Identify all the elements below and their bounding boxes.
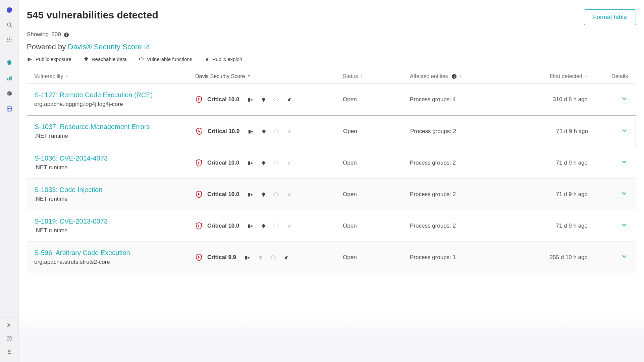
details-cell (588, 190, 628, 199)
code-icon (273, 191, 279, 198)
table-row[interactable]: S-1019: CVE-2013-0073 .NET runtime Criti… (27, 210, 636, 242)
table-row[interactable]: S-1037: Resource Management Errors .NET … (27, 115, 636, 147)
nav-dashboards-icon[interactable] (5, 105, 13, 113)
table-row[interactable]: S-1127: Remote Code Execution (RCE) org.… (27, 84, 636, 115)
exposure-icon (247, 160, 254, 166)
exploit-icon (285, 223, 292, 229)
first-detected-cell: 71 d 9 h ago (507, 128, 588, 135)
vulnerability-component: .NET runtime (34, 227, 195, 234)
davis-score-label: Davis® Security Score (68, 43, 142, 51)
col-first-detected[interactable]: First detected (507, 73, 588, 79)
first-detected-cell: 71 d 9 h ago (507, 191, 588, 198)
vulnerability-link[interactable]: S-1019: CVE-2013-0073 (34, 218, 195, 225)
vulnerability-link[interactable]: S-596: Arbitrary Code Execution (34, 249, 195, 257)
table-row[interactable]: S-1036: CVE-2014-4073 .NET runtime Criti… (27, 147, 636, 179)
gem-icon (260, 160, 267, 166)
code-icon (138, 56, 144, 62)
status-cell: Open (343, 160, 410, 166)
col-affected[interactable]: Affected entities (410, 73, 507, 79)
legend-reachable-data-label: Reachable data (92, 56, 127, 62)
details-cell (588, 95, 628, 104)
fade-overlay (19, 312, 644, 362)
gem-icon (260, 191, 267, 198)
exposure-icon (247, 191, 254, 198)
col-score[interactable]: Davis Security Score (195, 73, 343, 79)
code-icon (273, 223, 279, 229)
first-detected-cell: 71 d 9 h ago (507, 160, 588, 166)
expand-row-button[interactable] (621, 158, 628, 166)
exploit-icon (285, 96, 292, 103)
code-icon (270, 254, 276, 261)
gem-icon (83, 56, 89, 62)
status-cell: Open (343, 191, 410, 198)
format-table-button[interactable]: Format table (584, 9, 636, 25)
expand-sidebar-icon[interactable] (5, 321, 13, 329)
vulnerability-link[interactable]: S-1127: Remote Code Execution (RCE) (34, 91, 195, 99)
vulnerability-cell: S-1033: Code Injection .NET runtime (34, 186, 195, 202)
expand-row-button[interactable] (621, 127, 628, 134)
vulnerability-cell: S-1036: CVE-2014-4073 .NET runtime (34, 155, 195, 171)
info-icon[interactable] (64, 32, 69, 37)
powered-by: Powered by Davis® Security Score (27, 43, 636, 51)
status-cell: Open (343, 96, 410, 103)
exploit-icon (285, 160, 292, 166)
col-vulnerability[interactable]: Vulnerability (34, 73, 195, 79)
vulnerability-link[interactable]: S-1037: Resource Management Errors (35, 123, 196, 131)
sidebar (0, 0, 19, 362)
score-cell: Critical 9.9 (195, 253, 343, 261)
exposure-icon (244, 254, 251, 261)
legend: Public exposure Reachable data Vulnerabl… (27, 56, 636, 62)
score-cell: Critical 10.0 (195, 96, 343, 104)
gem-icon (260, 223, 267, 229)
nav-security-icon[interactable] (5, 59, 13, 67)
table-row[interactable]: S-1033: Code Injection .NET runtime Crit… (27, 179, 636, 210)
status-cell: Open (343, 128, 410, 135)
severity-shield-icon (195, 222, 203, 230)
apps-grid-icon[interactable] (5, 36, 13, 44)
legend-public-exposure: Public exposure (27, 56, 71, 62)
user-icon[interactable] (5, 348, 13, 356)
table-header: Vulnerability Davis Security Score Statu… (27, 69, 636, 84)
sort-icon (584, 74, 588, 78)
score-text: Critical 10.0 (207, 160, 239, 166)
expand-row-button[interactable] (621, 95, 628, 102)
severity-shield-icon (195, 96, 203, 104)
info-icon[interactable] (451, 74, 457, 79)
details-cell (588, 253, 628, 262)
code-icon (273, 160, 279, 166)
expand-row-button[interactable] (621, 190, 628, 197)
expand-row-button[interactable] (621, 253, 628, 260)
search-icon[interactable] (5, 21, 13, 29)
score-text: Critical 10.0 (207, 96, 239, 103)
nav-infrastructure-icon[interactable] (5, 89, 13, 98)
showing-count: Showing 500 (27, 31, 636, 38)
gem-icon (260, 128, 267, 135)
first-detected-cell: 71 d 9 h ago (507, 223, 588, 229)
exposure-icon (247, 96, 254, 103)
exposure-icon (27, 56, 33, 62)
score-cell: Critical 10.0 (196, 127, 343, 135)
vulnerability-link[interactable]: S-1036: CVE-2014-4073 (34, 155, 195, 162)
vulnerability-component: .NET runtime (34, 164, 195, 171)
help-icon[interactable] (5, 335, 13, 343)
affected-cell: Process groups: 2 (410, 128, 507, 135)
davis-score-link[interactable]: Davis® Security Score (68, 43, 150, 51)
affected-cell: Process groups: 2 (410, 160, 507, 166)
col-first-label: First detected (550, 73, 582, 79)
col-status[interactable]: Status (343, 73, 410, 79)
vulnerability-component: .NET runtime (34, 196, 195, 202)
table-row[interactable]: S-596: Arbitrary Code Execution org.apac… (27, 242, 636, 273)
sort-desc-icon (247, 74, 251, 78)
sort-icon (360, 74, 363, 78)
col-score-label: Davis Security Score (195, 73, 245, 79)
nav-analytics-icon[interactable] (5, 74, 13, 82)
vulnerability-component: .NET runtime (35, 133, 196, 139)
affected-cell: Process groups: 4 (410, 96, 507, 103)
showing-number: 500 (51, 31, 61, 38)
logo-icon[interactable] (5, 6, 13, 14)
vulnerability-cell: S-596: Arbitrary Code Execution org.apac… (34, 249, 195, 265)
legend-public-exploit: Public exploit (204, 56, 242, 62)
expand-row-button[interactable] (621, 221, 628, 229)
sort-icon (65, 74, 69, 78)
vulnerability-link[interactable]: S-1033: Code Injection (34, 186, 195, 194)
